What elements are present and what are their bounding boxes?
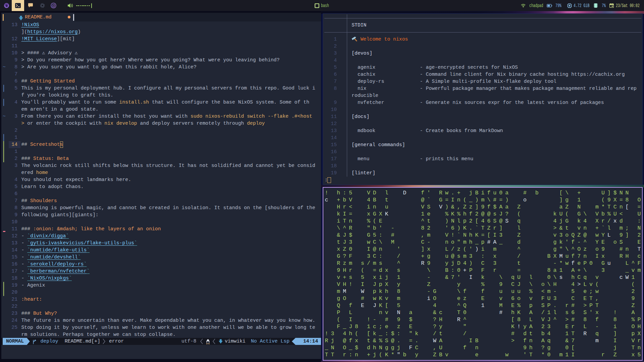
svg-text:@: @: [52, 3, 55, 7]
